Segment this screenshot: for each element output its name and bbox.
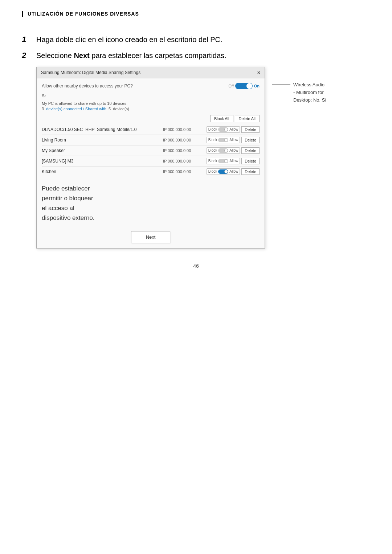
toggle-off-label: Off [228, 84, 233, 88]
ba-slider-thumb [224, 138, 228, 142]
device-row: Kitchen IP 000.000.0.00 Block Allow Dele… [42, 167, 260, 177]
dialog-body: Allow other nearby devices to access you… [37, 78, 265, 227]
device-row: DLNADOC/1.50 SEC_HHP_Samsung Mobile/1.0 … [42, 124, 260, 135]
device-row: [SAMSUNG] M3 IP 000.000.0.00 Block Allow… [42, 156, 260, 167]
wireless-annotation: Wireless Audio - Multiroom for Desktop: … [272, 81, 326, 104]
delete-button[interactable]: Delete [241, 158, 260, 164]
refresh-icon[interactable]: ↻ [42, 93, 260, 99]
block-allow-toggle[interactable]: Block Allow [207, 147, 240, 154]
allow-label: Allow other nearby devices to access you… [42, 83, 133, 89]
allow-label: Allow [229, 127, 238, 131]
device-ip: IP 000.000.0.00 [163, 169, 207, 174]
toggle-track[interactable] [235, 83, 253, 89]
device-controls: Block Allow Delete [207, 158, 260, 164]
ba-slider[interactable] [218, 159, 228, 163]
allow-label: Allow [229, 148, 238, 152]
dialog-box: Samsung Multiroom: Digital Media Sharing… [36, 67, 265, 249]
device-list: DLNADOC/1.50 SEC_HHP_Samsung Mobile/1.0 … [42, 124, 260, 177]
allow-label: Allow [229, 138, 238, 142]
next-button[interactable]: Next [131, 231, 171, 243]
action-header-row: Block All Delete All [42, 115, 260, 122]
toggle-on-label: On [254, 84, 260, 88]
device-ip: IP 000.000.0.00 [163, 159, 207, 163]
delete-all-button[interactable]: Delete All [235, 115, 260, 122]
page-number: 46 [22, 263, 370, 269]
allow-row: Allow other nearby devices to access you… [42, 83, 260, 89]
device-ip: IP 000.000.0.00 [163, 127, 207, 132]
block-allow-toggle[interactable]: Block Allow [207, 126, 240, 133]
ba-slider[interactable] [218, 138, 228, 142]
annotation-line [272, 85, 290, 85]
annotation-text: Wireless Audio - Multiroom for Desktop: … [290, 81, 326, 104]
device-name: DLNADOC/1.50 SEC_HHP_Samsung Mobile/1.0 [42, 127, 163, 132]
device-ip: IP 000.000.0.00 [163, 148, 207, 153]
dialog-close-button[interactable]: × [257, 70, 260, 75]
section-header: UTILIZACIÓN DE FUNCIONES DIVERSAS [22, 11, 370, 17]
toggle-container[interactable]: Off On [228, 83, 260, 89]
device-controls: Block Allow Delete [207, 126, 260, 133]
device-controls: Block Allow Delete [207, 137, 260, 143]
ba-slider-thumb [224, 159, 228, 163]
ba-slider-thumb [224, 149, 228, 152]
dialog-title: Samsung Multiroom: Digital Media Sharing… [41, 70, 140, 75]
device-name: Kitchen [42, 169, 163, 174]
info-subtext: 3 device(s) connected / Shared with 5 de… [42, 106, 260, 112]
step-2-text: Seleccione Next para establecer las carp… [36, 52, 226, 60]
block-label: Block [208, 148, 217, 152]
device-row: Living Room IP 000.000.0.00 Block Allow … [42, 135, 260, 145]
ba-slider-thumb [224, 170, 228, 173]
step-1-number: 1 [22, 35, 36, 44]
ba-slider[interactable] [218, 169, 228, 174]
block-label: Block [208, 159, 217, 163]
delete-button[interactable]: Delete [241, 137, 260, 143]
device-ip: IP 000.000.0.00 [163, 138, 207, 142]
info-row: My PC is allowed to share with up to 10 … [42, 101, 260, 112]
ba-slider[interactable] [218, 148, 228, 153]
device-controls: Block Allow Delete [207, 147, 260, 154]
step-2-number: 2 [22, 51, 36, 60]
allow-label: Allow [229, 159, 238, 163]
device-name: My Speaker [42, 148, 163, 153]
block-label: Block [208, 127, 217, 131]
step-2: 2 Seleccione Next para establecer las ca… [22, 51, 370, 60]
block-allow-toggle[interactable]: Block Allow [207, 158, 240, 164]
step-1-text: Haga doble clic en el icono creado en el… [36, 36, 222, 44]
delete-button[interactable]: Delete [241, 147, 260, 154]
allow-label: Allow [229, 169, 238, 173]
right-annotations: Wireless Audio - Multiroom for Desktop: … [272, 67, 326, 104]
dialog-footer: Next [37, 227, 265, 248]
device-name: [SAMSUNG] M3 [42, 159, 163, 164]
device-controls: Block Allow Delete [207, 168, 260, 175]
dialog-area: Samsung Multiroom: Digital Media Sharing… [36, 67, 370, 249]
ba-slider[interactable] [218, 127, 228, 132]
block-all-button[interactable]: Block All [210, 115, 233, 122]
delete-button[interactable]: Delete [241, 168, 260, 175]
block-allow-toggle[interactable]: Block Allow [207, 168, 240, 175]
device-row: My Speaker IP 000.000.0.00 Block Allow D… [42, 145, 260, 156]
block-label: Block [208, 169, 217, 173]
block-label: Block [208, 138, 217, 142]
block-allow-toggle[interactable]: Block Allow [207, 137, 240, 143]
toggle-thumb [246, 83, 252, 89]
popup-annotation: Puede establecer permitir o bloquear el … [42, 177, 260, 223]
dialog-titlebar: Samsung Multiroom: Digital Media Sharing… [37, 67, 265, 78]
step-1: 1 Haga doble clic en el icono creado en … [22, 35, 370, 44]
device-name: Living Room [42, 138, 163, 143]
delete-button[interactable]: Delete [241, 126, 260, 133]
ba-slider-thumb [224, 128, 228, 131]
